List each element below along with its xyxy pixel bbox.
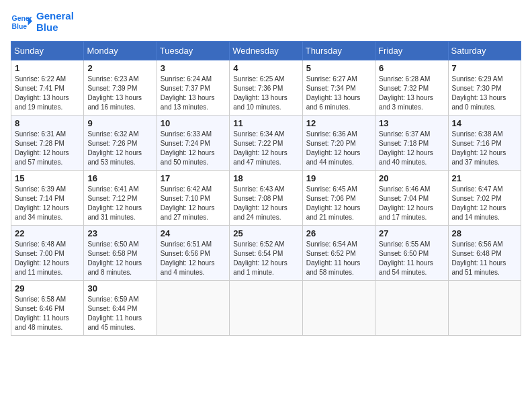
sunrise-value: 6:45 AM [332,185,357,193]
logo: General Blue General Blue [11,11,74,33]
daylight-label: Daylight: 11 hours and 51 minutes. [452,259,506,276]
sunset-label: Sunset: [306,85,331,92]
sunrise-label: Sunrise: [379,240,405,248]
daylight-label: Daylight: 13 hours and 10 minutes. [233,94,287,111]
calendar-cell [375,281,448,336]
day-info: Sunrise: 6:58 AM Sunset: 6:46 PM Dayligh… [15,295,80,332]
logo-text-blue: Blue [36,22,74,34]
daylight-label: Daylight: 12 hours and 17 minutes. [379,204,433,221]
sunset-label: Sunset: [87,195,112,202]
sunset-label: Sunset: [15,195,40,202]
calendar-cell: 27 Sunrise: 6:55 AM Sunset: 6:50 PM Dayl… [375,226,448,281]
daylight-label: Daylight: 12 hours and 24 minutes. [233,204,287,221]
sunrise-value: 6:34 AM [260,130,285,138]
sunrise-label: Sunrise: [306,185,332,193]
sunset-label: Sunset: [87,140,112,147]
day-info: Sunrise: 6:43 AM Sunset: 7:08 PM Dayligh… [233,185,298,222]
sunset-value: 7:00 PM [40,250,64,257]
logo-text-general: General [36,11,74,22]
day-number: 3 [161,63,226,73]
day-number: 20 [379,173,444,183]
day-info: Sunrise: 6:24 AM Sunset: 7:37 PM Dayligh… [161,75,226,112]
sunset-label: Sunset: [87,305,112,312]
sunset-value: 6:44 PM [112,305,137,312]
sunrise-label: Sunrise: [379,185,405,193]
sunrise-value: 6:33 AM [187,130,212,138]
daylight-label: Daylight: 12 hours and 31 minutes. [87,204,142,221]
calendar-cell [302,281,375,336]
sunset-label: Sunset: [452,85,477,92]
day-info: Sunrise: 6:50 AM Sunset: 6:58 PM Dayligh… [87,240,152,277]
weekday-header-sunday: Sunday [11,42,84,60]
calendar-cell: 18 Sunrise: 6:43 AM Sunset: 7:08 PM Dayl… [230,171,302,226]
calendar-week-1: 1 Sunrise: 6:22 AM Sunset: 7:41 PM Dayli… [11,60,521,116]
weekday-header-row: SundayMondayTuesdayWednesdayThursdayFrid… [11,42,521,60]
sunset-value: 6:58 PM [112,250,137,257]
sunrise-value: 6:39 AM [41,185,66,193]
sunrise-label: Sunrise: [15,185,41,193]
calendar-cell: 15 Sunrise: 6:39 AM Sunset: 7:14 PM Dayl… [11,171,84,226]
daylight-label: Daylight: 13 hours and 19 minutes. [15,94,69,111]
day-number: 14 [452,118,517,128]
daylight-label: Daylight: 12 hours and 8 minutes. [87,259,142,276]
sunrise-value: 6:51 AM [187,240,212,248]
sunset-label: Sunset: [15,305,40,312]
sunset-value: 7:14 PM [40,195,64,202]
day-info: Sunrise: 6:31 AM Sunset: 7:28 PM Dayligh… [15,130,80,167]
day-info: Sunrise: 6:51 AM Sunset: 6:56 PM Dayligh… [161,240,226,277]
day-info: Sunrise: 6:37 AM Sunset: 7:18 PM Dayligh… [379,130,444,167]
sunset-label: Sunset: [15,250,40,257]
day-number: 8 [15,118,80,128]
sunset-value: 7:16 PM [476,140,501,147]
day-info: Sunrise: 6:59 AM Sunset: 6:44 PM Dayligh… [87,295,152,332]
daylight-label: Daylight: 13 hours and 13 minutes. [161,94,215,111]
sunset-label: Sunset: [87,85,112,92]
calendar-cell: 16 Sunrise: 6:41 AM Sunset: 7:12 PM Dayl… [84,171,157,226]
day-number: 1 [15,63,80,73]
sunrise-label: Sunrise: [87,75,114,83]
calendar-table: SundayMondayTuesdayWednesdayThursdayFrid… [11,41,521,336]
sunrise-value: 6:41 AM [114,185,139,193]
daylight-label: Daylight: 12 hours and 40 minutes. [379,149,433,166]
daylight-label: Daylight: 11 hours and 58 minutes. [306,259,361,276]
weekday-header-wednesday: Wednesday [230,42,302,60]
daylight-label: Daylight: 12 hours and 37 minutes. [452,149,506,166]
day-info: Sunrise: 6:29 AM Sunset: 7:30 PM Dayligh… [452,75,517,112]
day-number: 6 [379,63,444,73]
daylight-label: Daylight: 13 hours and 16 minutes. [87,94,142,111]
sunset-label: Sunset: [306,250,331,257]
sunset-value: 7:41 PM [40,85,64,92]
sunset-label: Sunset: [161,195,185,202]
sunrise-value: 6:54 AM [332,240,357,248]
day-number: 4 [233,63,298,73]
calendar-cell: 13 Sunrise: 6:37 AM Sunset: 7:18 PM Dayl… [375,116,448,171]
sunrise-label: Sunrise: [233,185,259,193]
day-info: Sunrise: 6:46 AM Sunset: 7:04 PM Dayligh… [379,185,444,222]
calendar-cell: 20 Sunrise: 6:46 AM Sunset: 7:04 PM Dayl… [375,171,448,226]
calendar-cell: 17 Sunrise: 6:42 AM Sunset: 7:10 PM Dayl… [157,171,229,226]
day-number: 19 [306,173,371,183]
daylight-label: Daylight: 13 hours and 6 minutes. [306,94,361,111]
calendar-cell: 25 Sunrise: 6:52 AM Sunset: 6:54 PM Dayl… [230,226,302,281]
day-number: 9 [87,118,152,128]
sunrise-label: Sunrise: [306,130,332,138]
sunset-value: 7:12 PM [112,195,137,202]
day-number: 2 [87,63,152,73]
sunset-value: 7:08 PM [258,195,283,202]
sunrise-value: 6:59 AM [114,295,139,303]
sunset-label: Sunset: [452,140,477,147]
calendar-cell [230,281,302,336]
sunrise-label: Sunrise: [306,240,332,248]
sunrise-label: Sunrise: [452,240,478,248]
daylight-label: Daylight: 11 hours and 45 minutes. [87,314,142,331]
day-info: Sunrise: 6:39 AM Sunset: 7:14 PM Dayligh… [15,185,80,222]
calendar-cell: 5 Sunrise: 6:27 AM Sunset: 7:34 PM Dayli… [302,60,375,116]
sunrise-label: Sunrise: [87,185,114,193]
day-number: 21 [452,173,517,183]
sunrise-value: 6:56 AM [478,240,503,248]
day-number: 28 [452,228,517,238]
weekday-header-monday: Monday [84,42,157,60]
header: General Blue General Blue [11,11,521,33]
sunset-value: 7:26 PM [112,140,137,147]
calendar-cell: 22 Sunrise: 6:48 AM Sunset: 7:00 PM Dayl… [11,226,84,281]
